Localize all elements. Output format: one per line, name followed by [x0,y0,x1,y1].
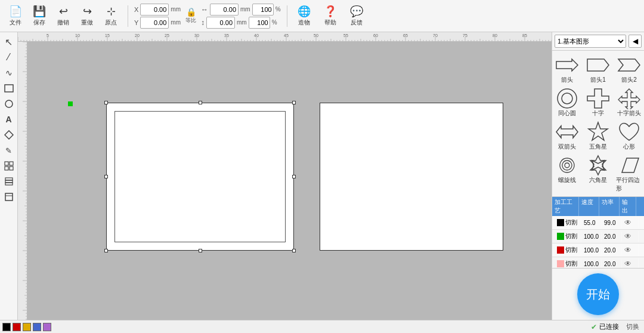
row2-eye[interactable]: 👁 [624,246,631,254]
scale-label: 等比 [185,17,196,24]
swatch-purple[interactable] [43,323,51,331]
swatch-black[interactable] [2,323,11,331]
lock-group: 🔒 等比 [185,7,196,24]
svg-rect-3 [5,162,8,165]
help-button[interactable]: ❓ 帮助 [320,4,341,28]
shape-double-arrow[interactable]: 双箭头 [553,120,581,152]
shapes-row-2: 同心圆 十字 十字箭头 [555,87,642,119]
shape-star5[interactable]: 五角星 [584,120,612,152]
row3-power: 20.0 [602,260,622,269]
process-table-header: 加工工艺 速度 功率 输出 [552,197,644,216]
shape-cross-arrow-label: 十字箭头 [617,109,641,118]
row2-speed: 100.0 [581,246,602,255]
star6-svg [585,155,611,176]
shape-concentric[interactable]: 同心圆 [553,87,581,119]
row2-output[interactable]: 👁 [622,245,639,255]
shape-spiral[interactable]: 螺旋线 [553,153,581,194]
row1-type[interactable]: 切割 [555,231,581,242]
height-input[interactable] [206,17,235,29]
svg-text:50: 50 [314,33,318,38]
pen-tool[interactable]: ∕ [2,50,16,64]
swatch-blue[interactable] [33,323,41,331]
width-input[interactable] [210,4,239,16]
shape-parallelogram[interactable]: 平行四边形 [615,153,643,194]
shape-arrow-chevron[interactable]: 箭头2 [615,53,643,85]
swatch-red[interactable] [13,323,21,331]
shape-parallelogram-label: 平行四边形 [616,176,642,193]
handle-mr[interactable] [292,175,296,178]
frame-switch-button[interactable]: 切换 [626,322,639,331]
handle-tm[interactable] [199,101,202,104]
grid-tool[interactable] [2,159,16,173]
frame-tool[interactable] [2,190,16,204]
shape-arrow-right[interactable]: 箭头 [553,53,581,85]
lock-icon[interactable]: 🔒 [186,7,196,17]
layers-tool[interactable] [2,174,16,189]
diamond-tool[interactable] [2,128,16,142]
w-pct-input[interactable] [252,4,274,16]
handle-br[interactable] [292,249,296,252]
process-row-3: 切割 100.0 20.0 👁 [552,257,644,268]
redo-label: 重做 [81,18,93,27]
curve-tool[interactable]: ∿ [2,66,16,80]
right-rect[interactable] [320,103,503,251]
shape-star6[interactable]: 六角星 [584,153,612,194]
save-button[interactable]: 💾 保存 [29,4,50,28]
shape-category-select[interactable]: 1.基本图形 [555,35,626,48]
handle-ml[interactable] [104,175,108,178]
shape-cross[interactable]: 十字 [584,87,612,119]
handle-tr[interactable] [292,101,296,104]
shape-heart[interactable]: 心形 [615,120,643,152]
redo-button[interactable]: ↪ 重做 [76,4,98,28]
origin-button[interactable]: ⊹ 原点 [100,4,122,28]
handle-tl[interactable] [104,101,108,104]
text-tool[interactable]: A [2,112,16,127]
rect-tool[interactable] [2,81,16,95]
feedback-button[interactable]: 💬 反馈 [346,4,367,28]
row2-type[interactable]: 切割 [555,245,581,255]
svg-marker-321 [590,161,606,175]
left-rect-inner [114,111,286,242]
save-icon: 💾 [33,5,46,18]
row3-output[interactable]: 👁 [622,258,639,268]
x-mm-unit: mm [171,6,181,13]
swatch-yellow[interactable] [23,323,31,331]
file-button[interactable]: 📄 文件 [5,4,26,28]
shape-cross-arrow[interactable]: 十字箭头 [615,87,643,119]
canvas-work[interactable] [27,42,552,320]
process-row-0: 切割 55.0 99.0 👁 [552,216,644,230]
row1-output[interactable]: 👁 [622,231,639,242]
svg-rect-9 [5,178,13,180]
shape-nav-prev[interactable]: ◀ [628,35,642,48]
y-input[interactable] [140,17,169,29]
row0-type[interactable]: 切割 [555,217,581,228]
undo-button[interactable]: ↩ 撤销 [52,4,74,28]
svg-marker-317 [618,89,640,109]
handle-bm[interactable] [199,249,202,252]
svg-text:75: 75 [463,33,467,38]
row3-eye[interactable]: 👁 [624,260,631,268]
w-pct-symbol: % [275,6,281,13]
heart-svg [616,121,642,143]
svg-text:80: 80 [493,33,497,38]
left-toolbar: ↖ ∕ ∿ A ✎ [0,32,18,320]
ruler-top-svg: 510152025303540455055606570758085 [18,32,552,42]
h-pct-input[interactable] [249,17,270,29]
row0-output[interactable]: 👁 [622,217,639,228]
svg-text:20: 20 [135,33,140,38]
select-tool[interactable]: ↖ [2,35,16,49]
circle-tool[interactable] [2,97,16,111]
row0-eye[interactable]: 👁 [624,218,631,227]
handle-bl[interactable] [104,249,108,252]
start-button-label: 开始 [586,286,610,303]
svg-text:30: 30 [194,33,199,38]
shape-arrow-pentagon[interactable]: 箭头1 [584,53,612,85]
file-group: 📄 文件 💾 保存 ↩ 撤销 ↪ 重做 ⊹ 原点 [5,4,122,28]
create-button[interactable]: 🌐 造物 [293,4,315,28]
edit-tool[interactable]: ✎ [2,143,16,158]
x-input[interactable] [140,4,169,16]
row1-eye[interactable]: 👁 [624,232,631,240]
shape-arrow-right-label: 箭头 [561,76,573,84]
row3-type[interactable]: 切割 [555,258,581,268]
start-button[interactable]: 开始 [577,273,619,315]
